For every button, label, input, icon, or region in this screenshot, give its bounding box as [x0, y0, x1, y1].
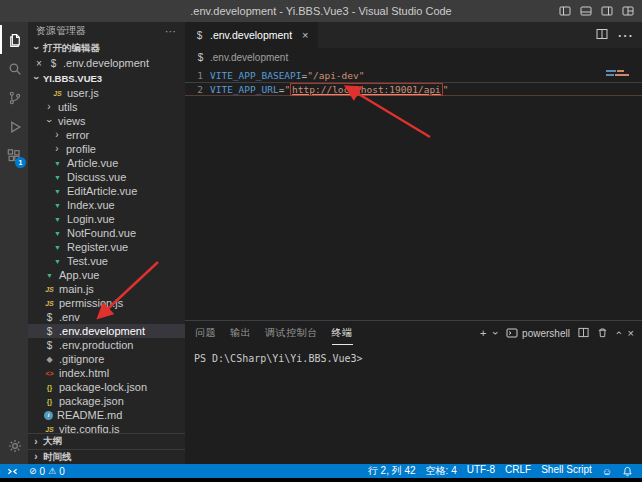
tree-item-.env[interactable]: $.env	[28, 310, 185, 324]
outline-section[interactable]: › 大纲	[28, 434, 185, 449]
file-label: Register.vue	[67, 240, 128, 254]
tree-item-Article.vue[interactable]: ▼Article.vue	[28, 156, 185, 170]
notifications-bell-icon[interactable]	[617, 466, 638, 477]
panel-tab-问题[interactable]: 问题	[195, 321, 216, 345]
status-cursor-position[interactable]: 行 2, 列 42	[363, 464, 421, 478]
status-encoding[interactable]: UTF-8	[462, 464, 500, 475]
panel-tab-调试控制台[interactable]: 调试控制台	[265, 321, 318, 345]
open-editor-item[interactable]: × $ .env.development	[28, 56, 185, 70]
toggle-secondary-sidebar-icon[interactable]	[601, 5, 613, 17]
file-label: NotFound.vue	[67, 226, 136, 240]
title-bar-actions	[559, 0, 634, 22]
tab-env-development[interactable]: $ .env.development ×	[185, 22, 318, 48]
bottom-panel: 问题输出调试控制台终端 + › powershell	[185, 320, 642, 464]
minimap[interactable]	[606, 70, 629, 76]
run-debug-icon[interactable]	[0, 112, 28, 141]
file-label: user.js	[67, 86, 99, 100]
toggle-sidebar-icon[interactable]	[559, 5, 571, 17]
tree-item-main.js[interactable]: JSmain.js	[28, 282, 185, 296]
env-file-icon: $	[44, 312, 55, 323]
editor-actions: ⋯	[596, 22, 642, 48]
close-panel-icon[interactable]: ×	[628, 327, 634, 339]
tree-item-error[interactable]: ›error	[28, 128, 185, 142]
close-icon[interactable]: ×	[34, 58, 44, 69]
status-indentation[interactable]: 空格: 4	[421, 464, 462, 478]
customize-layout-icon[interactable]	[622, 5, 634, 17]
explorer-sidebar: 资源管理器 ⋯ › 打开的编辑器 × $ .env.development › …	[28, 22, 185, 464]
search-icon[interactable]	[0, 54, 28, 83]
panel-tabs: 问题输出调试控制台终端	[195, 321, 353, 345]
vue-file-icon: ▼	[52, 174, 63, 181]
terminal[interactable]: PS D:\CSharp\Yi\Yi.BBS.Vue3>	[185, 345, 642, 464]
new-terminal-icon[interactable]: +	[480, 327, 486, 339]
code-line-2[interactable]: 2VITE_APP_URL="http://localhost:19001/ap…	[185, 82, 642, 96]
sidebar-more-actions-icon[interactable]: ⋯	[165, 25, 177, 38]
tree-item-permission.js[interactable]: JSpermission.js	[28, 296, 185, 310]
panel-tab-终端[interactable]: 终端	[332, 321, 353, 345]
tree-item-package.json[interactable]: {}package.json	[28, 394, 185, 408]
tree-item-vite.config.js[interactable]: JSvite.config.js	[28, 422, 185, 433]
tree-item-user.js[interactable]: JSuser.js	[28, 86, 185, 100]
remote-indicator[interactable]	[0, 464, 24, 478]
extensions-badge: 1	[15, 157, 26, 168]
tree-item-.gitignore[interactable]: ◆.gitignore	[28, 352, 185, 366]
tree-item-NotFound.vue[interactable]: ▼NotFound.vue	[28, 226, 185, 240]
more-actions-icon[interactable]: ⋯	[617, 26, 633, 45]
panel-tab-输出[interactable]: 输出	[230, 321, 251, 345]
tree-item-Discuss.vue[interactable]: ▼Discuss.vue	[28, 170, 185, 184]
env-file-icon: $	[48, 58, 59, 69]
url-link[interactable]: http://localhost:19001/api	[290, 83, 443, 96]
terminal-profile-select[interactable]: powershell	[506, 328, 570, 339]
title-bar: .env.development - Yi.BBS.Vue3 - Visual …	[0, 0, 642, 22]
open-editors-header[interactable]: › 打开的编辑器	[28, 40, 185, 56]
vue-file-icon: ▼	[52, 258, 63, 265]
chevron-down-icon: ›	[44, 116, 54, 126]
tree-item-index.html[interactable]: <>index.html	[28, 366, 185, 380]
file-label: profile	[66, 142, 96, 156]
status-eol[interactable]: CRLF	[500, 464, 536, 475]
tree-item-Login.vue[interactable]: ▼Login.vue	[28, 212, 185, 226]
tree-item-EditArticle.vue[interactable]: ▼EditArticle.vue	[28, 184, 185, 198]
file-label: .env.production	[59, 338, 133, 352]
tree-item-Test.vue[interactable]: ▼Test.vue	[28, 254, 185, 268]
status-language-mode[interactable]: Shell Script	[536, 464, 597, 475]
tree-item-profile[interactable]: ›profile	[28, 142, 185, 156]
file-label: Discuss.vue	[67, 170, 126, 184]
extensions-icon[interactable]: 1	[0, 141, 28, 170]
timeline-section[interactable]: › 时间线	[28, 449, 185, 464]
vue-file-icon: ▼	[52, 230, 63, 237]
tree-item-utils[interactable]: ›utils	[28, 100, 185, 114]
tree-item-.env.development[interactable]: $.env.development	[28, 324, 185, 338]
breadcrumb[interactable]: $ .env.development	[185, 48, 642, 66]
tree-item-App.vue[interactable]: ▼App.vue	[28, 268, 185, 282]
vue-file-icon: ▼	[52, 202, 63, 209]
kill-terminal-trash-icon[interactable]	[597, 327, 608, 340]
json-file-icon: {}	[44, 384, 55, 391]
split-editor-icon[interactable]	[596, 26, 608, 44]
project-root-header[interactable]: › YI.BBS.VUE3	[28, 70, 185, 86]
close-icon[interactable]: ×	[302, 29, 308, 41]
sidebar-title-row: 资源管理器 ⋯	[28, 22, 185, 40]
tree-item-package-lock.json[interactable]: {}package-lock.json	[28, 380, 185, 394]
source-control-icon[interactable]	[0, 83, 28, 112]
settings-gear-icon[interactable]	[0, 431, 28, 460]
chevron-down-icon[interactable]: ›	[490, 331, 502, 335]
split-terminal-icon[interactable]	[578, 327, 589, 340]
explorer-icon[interactable]	[0, 25, 28, 54]
problems-status[interactable]: ⊘ 0 ⚠ 0	[24, 464, 70, 478]
file-label: main.js	[59, 282, 94, 296]
toggle-panel-icon[interactable]	[580, 5, 592, 17]
tree-item-.env.production[interactable]: $.env.production	[28, 338, 185, 352]
warnings-count: 0	[59, 466, 65, 477]
tree-item-Register.vue[interactable]: ▼Register.vue	[28, 240, 185, 254]
tree-item-README.md[interactable]: iREADME.md	[28, 408, 185, 422]
breadcrumb-label: .env.development	[210, 52, 288, 63]
feedback-smiley-icon[interactable]: ☺	[597, 466, 617, 477]
tree-item-Index.vue[interactable]: ▼Index.vue	[28, 198, 185, 212]
code-line-1[interactable]: 1VITE_APP_BASEAPI="/api-dev"	[185, 68, 642, 82]
tree-item-views[interactable]: ›views	[28, 114, 185, 128]
file-label: error	[66, 128, 89, 142]
code-editor[interactable]: 1VITE_APP_BASEAPI="/api-dev"2VITE_APP_UR…	[185, 66, 642, 320]
maximize-panel-icon[interactable]: ›	[612, 331, 624, 335]
chevron-right-icon: ›	[52, 144, 62, 154]
